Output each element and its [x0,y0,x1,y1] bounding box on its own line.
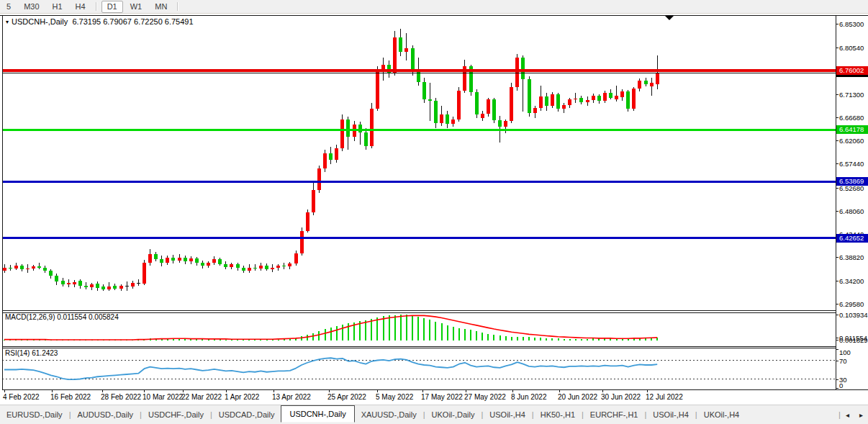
chart-area[interactable]: ▾USDCNH-,Daily 6.73195 6.79067 6.72250 6… [0,14,868,405]
rsi-axis-label: 70 [839,357,847,365]
timeframe-button-5[interactable]: 5 [1,1,17,13]
tabbar-scroll-left-icon[interactable]: ◂ [841,410,854,420]
price-axis-badge-6.64178: 6.64178 [836,125,868,134]
chart-shift-marker-icon [665,16,674,20]
date-axis-label: 30 Jun 2022 [601,393,641,401]
price-axis-badge-6.76002: 6.76002 [836,66,868,75]
tab-hk50-h1[interactable]: HK50-,H1 [534,407,582,423]
chart-frame [0,16,868,393]
price-axis-badge-6.42652: 6.42652 [836,234,868,243]
hline-6.53869[interactable] [2,181,836,183]
rsi-line [4,358,657,379]
price-axis-label: 6.80540 [839,44,864,52]
tab-xauusd-daily[interactable]: XAUUSD-,Daily [355,407,423,423]
tabbar-scroll-arrows: |◂▸ [838,410,868,420]
date-axis-label: 13 Apr 2022 [272,393,311,401]
date-axis-label: 1 Apr 2022 [225,393,259,401]
timeframe-toolbar: 5M30H1H4D1W1MN [0,0,868,14]
chart-title: ▾USDCNH-,Daily 6.73195 6.79067 6.72250 6… [6,17,194,26]
hline-6.64178[interactable] [2,129,836,131]
date-axis-label: 22 Mar 2022 [181,393,222,401]
symbol-tabbar: EURUSD-,Daily|AUDUSD-,Daily|USDCHF-,Dail… [0,405,868,424]
chart-symbol-dropdown-icon[interactable]: ▾ [6,19,9,25]
timeframe-button-h1[interactable]: H1 [47,1,68,13]
date-axis-label: 8 Jun 2022 [511,393,547,401]
price-axis-label: 6.34200 [839,277,864,285]
date-axis-label: 28 Feb 2022 [101,393,141,401]
timeframe-button-m30[interactable]: M30 [18,1,45,13]
chart-symbol-label: USDCNH-,Daily [12,17,68,26]
price-axis-label: 6.48060 [839,207,864,215]
rsi-axis-label: 100 [839,348,851,356]
tab-usdchf-daily[interactable]: USDCHF-,Daily [142,407,210,423]
macd-axis-label: 0.001829 [839,336,868,344]
timeframe-button-mn[interactable]: MN [149,1,173,13]
trading-terminal-window: 5M30H1H4D1W1MN ▾USDCNH-,Daily 6.73195 6.… [0,0,868,424]
date-axis-label: 12 Jul 2022 [646,393,683,401]
timeframe-button-w1[interactable]: W1 [125,1,148,13]
price-axis-label: 6.62060 [839,137,864,145]
price-axis-label: 6.38820 [839,253,864,261]
tab-usoil-h4[interactable]: USOil-,H4 [646,407,695,423]
hline-6.75491[interactable] [2,73,836,73]
date-axis-label: 25 Apr 2022 [327,393,366,401]
price-chart-canvas[interactable] [0,14,868,405]
rsi-axis-label: 0 [839,382,843,389]
date-axis-label: 16 Feb 2022 [50,393,91,401]
timeframe-button-h4[interactable]: H4 [70,1,91,13]
macd-indicator-label: MACD(12,26,9) 0.011554 0.005824 [5,313,119,321]
toolbar-separator [96,2,97,11]
candles [0,29,659,291]
price-axis-badge-6.53869: 6.53869 [836,177,868,186]
tab-eurchf-h1[interactable]: EURCHF-,H1 [584,407,645,423]
timeframe-button-d1[interactable]: D1 [101,1,123,13]
tab-usoil-h4[interactable]: USOil-,H4 [483,407,532,423]
date-axis-label: 5 May 2022 [376,393,413,401]
toolbar-separator [177,2,178,11]
price-axis-label: 6.71300 [839,91,864,99]
hline-6.76002[interactable] [2,69,836,72]
tab-ukoil-daily[interactable]: UKOil-,Daily [425,407,482,423]
price-axis-label: 6.57440 [839,160,864,168]
tab-usdcnh-daily[interactable]: USDCNH-,Daily [281,405,354,423]
price-axis-label: 6.66680 [839,114,864,122]
date-axis-label: 4 Feb 2022 [3,393,40,401]
price-axis-label: 6.85300 [839,20,864,28]
hline-6.42652[interactable] [2,237,836,239]
date-axis-label: 10 Mar 2022 [143,393,183,401]
horizontal-line-objects[interactable] [2,69,836,239]
tabbar-scroll-right-icon[interactable]: ▸ [854,410,868,420]
macd-axis-label: 0.103934 [839,311,868,319]
date-axis-label: 27 May 2022 [464,393,506,401]
tab-eurusd-daily[interactable]: EURUSD-,Daily [0,407,69,423]
chart-ohlc-values: 6.73195 6.79067 6.72250 6.75491 [72,17,193,26]
date-axis-label: 17 May 2022 [421,393,463,401]
price-axis-label: 6.29580 [839,300,864,308]
tab-ukoil-h4[interactable]: UKOil-,H4 [697,407,746,423]
date-axis-label: 20 Jun 2022 [558,393,597,401]
rsi-indicator-label: RSI(14) 61.2423 [5,349,58,357]
tab-usdcad-daily[interactable]: USDCAD-,Daily [212,407,281,423]
tab-audusd-daily[interactable]: AUDUSD-,Daily [71,407,140,423]
